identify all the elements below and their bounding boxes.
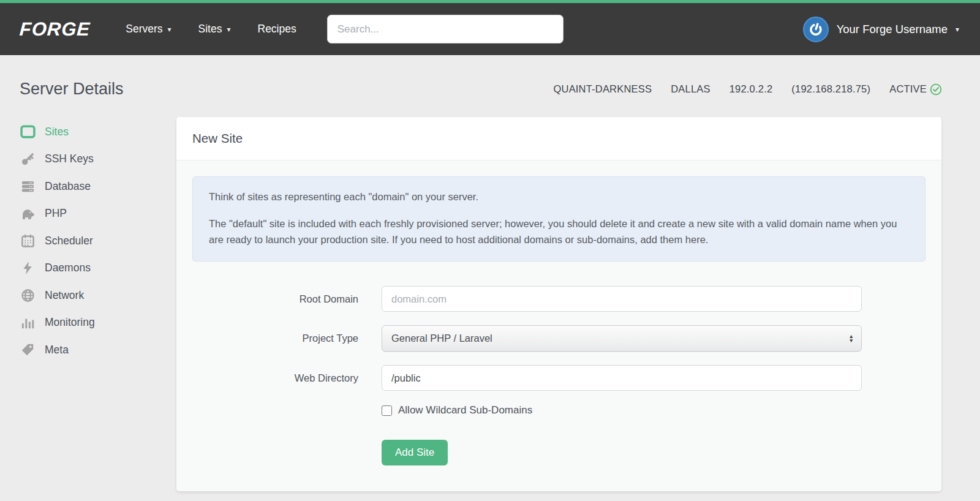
sidebar-item-label: SSH Keys <box>45 153 94 165</box>
main-nav: Servers ▾ Sites ▾ Recipes <box>126 23 296 36</box>
sidebar-item-label: Monitoring <box>45 316 95 329</box>
select-arrows-icon: ▲▼ <box>849 334 854 343</box>
sidebar-item-meta[interactable]: Meta <box>20 336 176 364</box>
web-directory-label: Web Directory <box>192 372 358 384</box>
database-icon <box>20 179 36 194</box>
sidebar-item-ssh-keys[interactable]: SSH Keys <box>20 146 176 173</box>
content: Sites SSH Keys <box>0 117 980 501</box>
project-type-selected-value: General PHP / Laravel <box>391 333 492 344</box>
sidebar-item-label: PHP <box>45 207 67 220</box>
chevron-down-icon: ▾ <box>956 26 959 33</box>
card-title: New Site <box>192 131 925 146</box>
user-menu[interactable]: Your Forge Username ▾ <box>803 17 959 42</box>
card-body: Think of sites as representing each "dom… <box>176 160 941 491</box>
sidebar-item-monitoring[interactable]: Monitoring <box>20 309 176 337</box>
globe-icon <box>20 288 36 303</box>
power-icon <box>805 19 826 39</box>
sidebar-item-label: Daemons <box>45 262 91 274</box>
wildcard-checkbox[interactable] <box>382 405 392 416</box>
web-directory-input[interactable] <box>382 365 862 391</box>
forge-logo[interactable]: FORGE <box>19 18 91 40</box>
nav-sites[interactable]: Sites ▾ <box>198 23 231 36</box>
project-type-row: Project Type General PHP / Laravel ▲▼ <box>192 325 925 352</box>
sidebar-item-php[interactable]: PHP <box>20 200 176 228</box>
sidebar-item-daemons[interactable]: Daemons <box>20 255 176 282</box>
sidebar-item-sites[interactable]: Sites <box>20 118 176 146</box>
server-private-ip: (192.168.218.75) <box>791 83 870 95</box>
chevron-down-icon: ▾ <box>168 26 172 33</box>
window-icon <box>20 125 36 138</box>
top-navbar: FORGE Servers ▾ Sites ▾ Recipes Your For… <box>0 0 980 55</box>
info-paragraph: The "default" site is included with each… <box>209 216 909 248</box>
sidebar-item-scheduler[interactable]: Scheduler <box>20 227 176 255</box>
tag-icon <box>20 343 36 356</box>
status-badge: ACTIVE <box>889 83 942 96</box>
sidebar-item-label: Meta <box>45 344 69 356</box>
web-directory-row: Web Directory <box>192 365 925 391</box>
sidebar-item-label: Network <box>45 289 84 302</box>
new-site-card: New Site Think of sites as representing … <box>176 117 941 491</box>
card-header: New Site <box>176 117 941 160</box>
info-alert: Think of sites as representing each "dom… <box>192 176 925 262</box>
info-paragraph: Think of sites as representing each "dom… <box>209 189 909 205</box>
wildcard-checkbox-row[interactable]: Allow Wildcard Sub-Domains <box>382 404 925 416</box>
nav-sites-label: Sites <box>198 23 222 36</box>
nav-servers[interactable]: Servers ▾ <box>126 23 171 36</box>
key-icon <box>20 152 36 166</box>
server-public-ip: 192.0.2.2 <box>729 83 773 95</box>
sidebar-item-label: Database <box>45 180 91 193</box>
bar-chart-icon <box>20 316 36 330</box>
avatar[interactable] <box>803 17 829 42</box>
root-domain-label: Root Domain <box>192 293 358 305</box>
chevron-down-icon: ▾ <box>227 26 230 33</box>
wildcard-checkbox-label: Allow Wildcard Sub-Domains <box>398 404 532 416</box>
project-type-label: Project Type <box>192 333 358 344</box>
elephant-icon <box>20 207 36 220</box>
project-type-select[interactable]: General PHP / Laravel ▲▼ <box>382 325 862 352</box>
calendar-icon <box>20 234 36 248</box>
nav-recipes[interactable]: Recipes <box>258 23 296 36</box>
sidebar-item-label: Sites <box>45 126 69 138</box>
server-region: DALLAS <box>671 83 710 95</box>
server-name: QUAINT-DARKNESS <box>553 83 652 95</box>
server-meta: QUAINT-DARKNESS DALLAS 192.0.2.2 (192.16… <box>553 83 942 96</box>
page-title: Server Details <box>20 80 124 99</box>
sidebar-item-database[interactable]: Database <box>20 173 176 200</box>
search-input[interactable] <box>327 15 564 43</box>
nav-servers-label: Servers <box>126 23 162 36</box>
username-label: Your Forge Username <box>837 23 948 36</box>
root-domain-input[interactable] <box>382 286 862 312</box>
bolt-icon <box>20 261 36 275</box>
sidebar-item-network[interactable]: Network <box>20 282 176 309</box>
nav-recipes-label: Recipes <box>258 23 296 36</box>
root-domain-row: Root Domain <box>192 286 925 312</box>
add-site-button[interactable]: Add Site <box>382 440 448 465</box>
page-header: Server Details QUAINT-DARKNESS DALLAS 19… <box>0 55 980 117</box>
status-label: ACTIVE <box>889 83 927 95</box>
check-circle-icon <box>930 83 942 96</box>
sidebar: Sites SSH Keys <box>20 117 176 364</box>
sidebar-item-label: Scheduler <box>45 235 93 247</box>
